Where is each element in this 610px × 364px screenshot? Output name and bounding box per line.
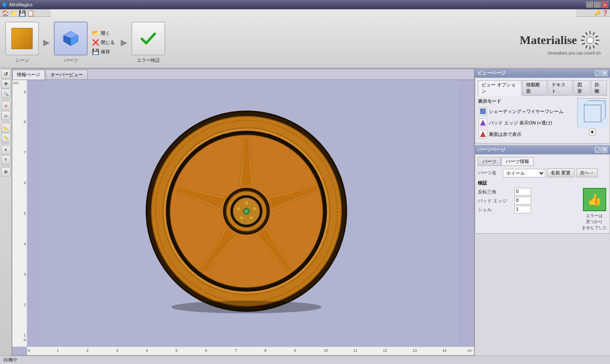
- ruler-h-13: 13: [413, 348, 417, 353]
- svg-line-12: [582, 43, 585, 44]
- ruler-mark-8: 8: [24, 120, 26, 124]
- maximize-button[interactable]: □: [594, 2, 601, 8]
- toolbar-icon-3[interactable]: 💾: [19, 10, 26, 17]
- svg-line-15: [586, 32, 587, 35]
- viewport[interactable]: cm 9 8 7 6 5 4 3 2 1 0 0 1 2 3 4 5: [12, 80, 474, 355]
- mode-back-red[interactable]: 裏面は赤で表示: [478, 129, 575, 139]
- tab-info[interactable]: 情報ページ: [12, 70, 45, 80]
- clip-tool[interactable]: 📐: [1, 123, 11, 132]
- mode-bad-edges[interactable]: バッド エッジ 表示ON (+透け): [478, 118, 575, 128]
- tab-parts-info[interactable]: パーツ情報: [501, 157, 534, 166]
- tab-overview[interactable]: オーバービュー: [46, 70, 88, 80]
- parts-panel-header-btns: 🔧 ✕: [595, 147, 607, 153]
- tool-sep-1: [2, 99, 10, 100]
- status-text: 待機中: [3, 357, 17, 363]
- ruler-mark-0: 0: [24, 338, 26, 342]
- help-icon[interactable]: 🔑: [594, 10, 601, 16]
- mode-icon-3: [479, 130, 487, 138]
- save-label: 保存: [101, 49, 110, 55]
- svg-line-5: [593, 32, 594, 35]
- select-tool[interactable]: ✕: [1, 101, 11, 110]
- axis-x-tool[interactable]: X: [1, 145, 11, 154]
- scene-toolbar-item[interactable]: シーン: [5, 22, 39, 63]
- left-tools: ↺ ✛ 🔍 ✕ ▱ 📐 📏 X Y ⊞: [0, 69, 12, 356]
- view-panel-close[interactable]: ✕: [602, 70, 607, 76]
- toolbar-icon-1[interactable]: 🏠: [2, 10, 9, 17]
- grid-tool[interactable]: ⊞: [1, 167, 11, 176]
- titlebar-controls: ─ □ ✕: [586, 2, 608, 8]
- parts-inner-tabs: パーツ パーツ情報: [478, 157, 607, 166]
- scene-icon: [11, 28, 33, 49]
- error-check-toolbar-item[interactable]: エラー検証: [131, 22, 165, 63]
- close-button[interactable]: ✕: [602, 2, 608, 8]
- error-check-button[interactable]: [131, 22, 165, 55]
- ruler-h-1: 1: [57, 348, 59, 353]
- next-button[interactable]: 次へ→: [576, 168, 598, 177]
- rotate-tool[interactable]: ↺: [1, 69, 11, 79]
- scene-button[interactable]: [5, 22, 39, 55]
- ruler-bottom: 0 1 2 3 4 5 6 7 8 9 10 11 12 13 14 cm: [27, 347, 474, 355]
- info-icon[interactable]: ❓: [602, 10, 608, 16]
- part-button[interactable]: [54, 22, 88, 55]
- inverted-triangle-value: 0: [514, 188, 531, 196]
- ruler-mark-4: 4: [24, 242, 26, 246]
- titlebar-left: 🔷 MiniMagics: [2, 2, 33, 8]
- toolbar-icon-4[interactable]: 📋: [27, 10, 34, 17]
- part-name-field-label: パーツ名: [478, 170, 501, 176]
- cube-dropdown[interactable]: ▼: [589, 129, 596, 135]
- open-menu-item[interactable]: 📂 開く: [90, 29, 116, 37]
- titlebar-title: MiniMagics: [9, 2, 33, 7]
- move-tool[interactable]: ✛: [1, 79, 11, 88]
- checkmark-icon: [138, 28, 159, 49]
- view-panel-pin[interactable]: 🔧: [595, 70, 601, 76]
- close-file-icon: ❌: [92, 39, 99, 46]
- part-name-select[interactable]: ホイール: [503, 169, 545, 177]
- app-icon: 🔷: [2, 2, 8, 8]
- logo-title: Materialise: [520, 33, 577, 47]
- plane-tool[interactable]: ▱: [1, 111, 11, 120]
- success-badge: 👍: [583, 188, 606, 211]
- ruler-h-4: 4: [146, 348, 148, 353]
- rename-button[interactable]: 名前 変更: [547, 168, 574, 177]
- svg-marker-38: [480, 120, 485, 125]
- open-label: 開く: [101, 30, 110, 36]
- tab-cross-section[interactable]: 積載断面: [522, 80, 547, 96]
- validation-row-group: 反転三角 0 バッド エッジ 0 シェル 1: [478, 188, 607, 231]
- tab-view-options[interactable]: ビュー オプション: [478, 80, 521, 96]
- tab-parts[interactable]: パーツ: [478, 157, 501, 166]
- part-name-row: パーツ名 ホイール 名前 変更 次へ→: [478, 168, 607, 177]
- close-menu-item[interactable]: ❌ 閉じる: [90, 38, 116, 47]
- svg-marker-39: [480, 132, 485, 137]
- toolbar: 🏠 📁 💾 📋 🔑 ❓ シーン ▶: [0, 9, 610, 69]
- tab-distance[interactable]: 距離: [591, 80, 607, 96]
- axis-y-tool[interactable]: Y: [1, 155, 11, 164]
- scene-label: シーン: [15, 57, 29, 63]
- parts-panel-close[interactable]: ✕: [602, 147, 607, 153]
- wheel-area: [27, 80, 474, 347]
- mode-shading-wireframe[interactable]: シェーディング＋ワイヤーフレーム: [478, 106, 575, 116]
- bad-edge-value: 0: [514, 197, 531, 204]
- measure-tool[interactable]: 📏: [1, 133, 11, 142]
- statusbar: 待機中: [0, 356, 610, 364]
- parts-panel-pin[interactable]: 🔧: [595, 147, 601, 153]
- part-label: パーツ: [64, 57, 78, 63]
- minimize-button[interactable]: ─: [586, 2, 593, 8]
- view-panel-header: ビューページ 🔧 ✕: [475, 69, 610, 77]
- validation-section: 検証 反転三角 0 バッド エッジ 0: [478, 180, 607, 231]
- tab-shape[interactable]: 図形: [574, 80, 590, 96]
- ruler-h-12: 12: [383, 348, 387, 353]
- success-text: エラーは 見つかり ませんでした: [582, 213, 607, 231]
- parts-panel-title: パーツページ: [477, 146, 505, 153]
- zoom-in-tool[interactable]: 🔍: [1, 89, 11, 98]
- open-icon: 📂: [92, 30, 99, 36]
- save-menu-item[interactable]: 💾 保存: [90, 47, 116, 56]
- mode-label-2: バッド エッジ 表示ON (+透け): [489, 120, 552, 126]
- svg-point-30: [239, 216, 244, 220]
- ruler-h-11: 11: [353, 348, 358, 353]
- logo-graphic: [580, 30, 601, 51]
- toolbar-icon-2[interactable]: 📁: [10, 10, 17, 17]
- part-toolbar-item[interactable]: パーツ: [54, 22, 88, 63]
- view-panel-tabs: ビュー オプション 積載断面 テキスト 図形 距離: [478, 80, 607, 96]
- validation-fields: 反転三角 0 バッド エッジ 0 シェル 1: [478, 188, 578, 215]
- tab-text[interactable]: テキスト: [548, 80, 573, 96]
